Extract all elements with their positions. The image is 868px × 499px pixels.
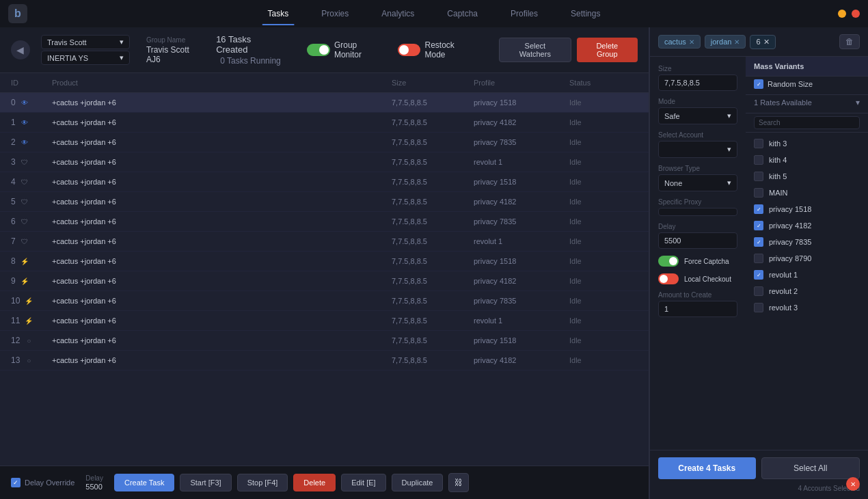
size-input[interactable]: 7,7.5,8,8.5	[658, 75, 737, 91]
create-tasks-button[interactable]: Create 4 Tasks	[658, 457, 756, 479]
clear-tags-button[interactable]: 🗑	[839, 34, 860, 49]
restock-mode-toggle[interactable]	[398, 44, 421, 56]
table-row[interactable]: 11 ⚡ +cactus +jordan +6 7,7.5,8,8.5 revo…	[0, 311, 649, 331]
checkbox[interactable]: ✓	[754, 221, 763, 230]
row-id-number: 2	[11, 137, 16, 147]
site-dropdown[interactable]: INERTIA YS ▾	[41, 51, 130, 65]
table-row[interactable]: 9 ⚡ +cactus +jordan +6 7,7.5,8,8.5 priva…	[0, 271, 649, 291]
checkbox-item[interactable]: ✓ privacy 7835	[754, 235, 860, 249]
row-id: 10 ⚡	[11, 296, 52, 306]
checkbox-item[interactable]: kith 4	[754, 153, 860, 167]
create-task-button[interactable]: Create Task	[114, 474, 175, 491]
nav-item-proxies[interactable]: Proxies	[305, 2, 365, 25]
tag-jordan-close[interactable]: ✕	[734, 38, 740, 46]
row-profile: privacy 7835	[474, 217, 569, 226]
checkbox[interactable]	[754, 172, 763, 181]
browser-type-select[interactable]: None ▾	[658, 174, 737, 191]
row-status: Idle	[569, 138, 638, 146]
circle-icon: ○	[24, 355, 33, 365]
eye-icon: 👁	[20, 137, 29, 147]
back-button[interactable]: ◀	[11, 40, 30, 59]
bottom-toolbar: ✓ Delay Override Delay 5500 Create Task …	[0, 466, 649, 499]
browser-type-label: Browser Type	[658, 165, 737, 172]
group-dropdown[interactable]: Travis Scott ▾	[41, 35, 130, 49]
duplicate-button[interactable]: Duplicate	[392, 474, 444, 491]
checkbox[interactable]	[754, 188, 763, 198]
specific-proxy-input[interactable]	[658, 208, 737, 216]
checkbox[interactable]: ✓	[754, 237, 763, 247]
nav-item-profiles[interactable]: Profiles	[494, 2, 554, 25]
table-row[interactable]: 10 ⚡ +cactus +jordan +6 7,7.5,8,8.5 priv…	[0, 291, 649, 311]
random-size-checkbox[interactable]: ✓	[754, 79, 763, 89]
close-button[interactable]: ✕	[852, 10, 860, 18]
table-row[interactable]: 5 🛡 +cactus +jordan +6 7,7.5,8,8.5 priva…	[0, 192, 649, 212]
tag-cactus[interactable]: cactus ✕	[658, 35, 701, 49]
select-account-label: Select Account	[658, 131, 737, 139]
checkbox-item[interactable]: ✓ privacy 4182	[754, 219, 860, 232]
table-row[interactable]: 4 🛡 +cactus +jordan +6 7,7.5,8,8.5 priva…	[0, 172, 649, 192]
table-row[interactable]: 3 🛡 +cactus +jordan +6 7,7.5,8,8.5 revol…	[0, 152, 649, 172]
tag-number[interactable]: 6 ✕	[750, 35, 775, 49]
row-status: Idle	[569, 356, 638, 364]
checkbox[interactable]: ✓	[754, 270, 763, 280]
checkbox-item[interactable]: privacy 8790	[754, 252, 860, 265]
checkbox[interactable]	[754, 303, 763, 312]
row-id: 1 👁	[11, 118, 52, 127]
select-account-select[interactable]: ▾	[658, 141, 737, 158]
rates-available-label: 1 Rates Available	[754, 98, 812, 107]
nav-item-analytics[interactable]: Analytics	[365, 2, 431, 25]
table-row[interactable]: 8 ⚡ +cactus +jordan +6 7,7.5,8,8.5 priva…	[0, 252, 649, 271]
nav-item-tasks[interactable]: Tasks	[252, 2, 306, 25]
force-captcha-toggle[interactable]	[658, 256, 679, 267]
table-row[interactable]: 13 ○ +cactus +jordan +6 7,7.5,8,8.5 priv…	[0, 351, 649, 370]
minimize-button[interactable]: –	[838, 10, 846, 18]
table-row[interactable]: 0 👁 +cactus +jordan +6 7,7.5,8,8.5 priva…	[0, 93, 649, 113]
edit-button[interactable]: Edit [E]	[341, 474, 385, 491]
amount-to-create-field: Amount to Create 1	[658, 291, 737, 317]
checkbox-item[interactable]: revolut 2	[754, 284, 860, 298]
row-status: Idle	[569, 217, 638, 226]
delete-button[interactable]: Delete	[293, 474, 336, 491]
table-row[interactable]: 7 🛡 +cactus +jordan +6 7,7.5,8,8.5 revol…	[0, 232, 649, 252]
checkbox-item[interactable]: kith 5	[754, 170, 860, 183]
delay-field: Delay 5500	[658, 223, 737, 249]
checkbox-item[interactable]: revolut 3	[754, 301, 860, 314]
checkbox[interactable]	[754, 155, 763, 165]
table-row[interactable]: 6 🛡 +cactus +jordan +6 7,7.5,8,8.5 priva…	[0, 212, 649, 232]
checkbox-item[interactable]: MAIN	[754, 186, 860, 200]
checkbox-item[interactable]: kith 3	[754, 137, 860, 150]
checkbox[interactable]: ✓	[754, 204, 763, 214]
tag-cactus-close[interactable]: ✕	[689, 38, 694, 46]
dismiss-button[interactable]: ✕	[846, 477, 860, 491]
start-button[interactable]: Start [F3]	[180, 474, 231, 491]
table-row[interactable]: 1 👁 +cactus +jordan +6 7,7.5,8,8.5 priva…	[0, 113, 649, 133]
specific-proxy-label: Specific Proxy	[658, 198, 737, 206]
bolt-icon: ⚡	[20, 276, 29, 286]
select-watchers-button[interactable]: Select Watchers	[499, 38, 571, 62]
checkbox-item[interactable]: ✓ revolut 1	[754, 268, 860, 282]
delay-override-checkbox[interactable]: ✓	[11, 478, 21, 487]
checkbox-item[interactable]: ✓ privacy 1518	[754, 202, 860, 216]
local-checkout-toggle[interactable]	[658, 273, 679, 284]
select-all-button[interactable]: Select All	[761, 457, 860, 479]
group-monitor-toggle[interactable]	[307, 44, 330, 56]
nav-item-settings[interactable]: Settings	[554, 2, 616, 25]
tag-jordan[interactable]: jordan ✕	[705, 35, 746, 49]
row-id-number: 0	[11, 98, 16, 107]
row-id-number: 4	[11, 177, 16, 187]
mode-select[interactable]: Safe ▾	[658, 107, 737, 124]
delay-override-group: ✓ Delay Override	[11, 478, 74, 487]
checkbox[interactable]	[754, 286, 763, 296]
link-button[interactable]: ⛓	[448, 473, 469, 492]
delete-group-button[interactable]: Delete Group	[577, 38, 638, 62]
search-input[interactable]: Search	[754, 116, 860, 129]
table-row[interactable]: 2 👁 +cactus +jordan +6 7,7.5,8,8.5 priva…	[0, 133, 649, 152]
nav-item-captcha[interactable]: Captcha	[431, 2, 494, 25]
stop-button[interactable]: Stop [F4]	[237, 474, 288, 491]
checkbox[interactable]	[754, 254, 763, 263]
tag-number-close[interactable]: ✕	[763, 38, 770, 46]
checkbox[interactable]	[754, 139, 763, 148]
delay-input[interactable]: 5500	[658, 232, 737, 249]
amount-to-create-input[interactable]: 1	[658, 301, 737, 317]
table-row[interactable]: 12 ○ +cactus +jordan +6 7,7.5,8,8.5 priv…	[0, 331, 649, 351]
